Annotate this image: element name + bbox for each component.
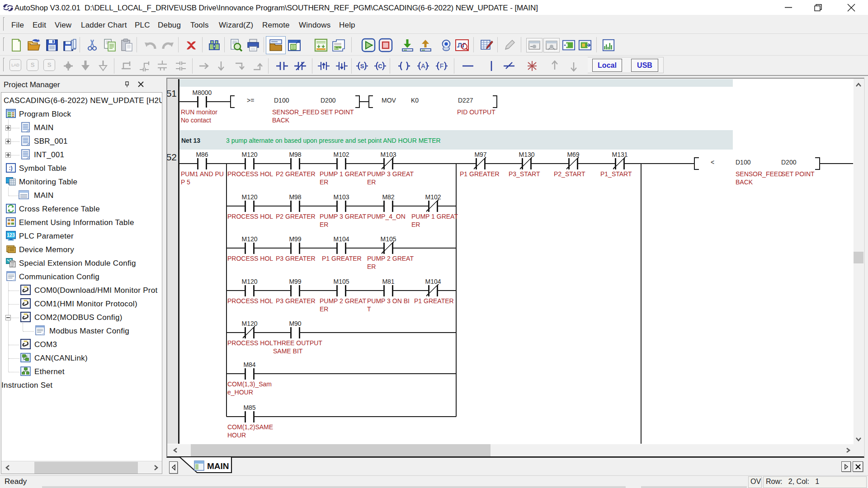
svg-text:No contact: No contact xyxy=(181,117,211,124)
svg-text:PUMP 2 GREAT: PUMP 2 GREAT xyxy=(367,255,414,262)
svg-text:P1_START: P1_START xyxy=(600,170,632,178)
svg-text:K0: K0 xyxy=(411,97,419,104)
svg-text:D227: D227 xyxy=(458,97,473,104)
svg-text:123: 123 xyxy=(7,232,15,238)
svg-text:BACK: BACK xyxy=(272,117,290,124)
svg-text:D200: D200 xyxy=(321,97,336,104)
svg-text:P2 GREATER: P2 GREATER xyxy=(276,170,316,178)
svg-text:S: S xyxy=(360,63,364,70)
svg-text:M69: M69 xyxy=(567,151,579,158)
svg-text:PUMP 1 GREAT: PUMP 1 GREAT xyxy=(320,170,366,178)
svg-text:M103: M103 xyxy=(333,193,349,201)
svg-text:M120: M120 xyxy=(241,235,257,243)
svg-text:M90: M90 xyxy=(289,320,301,327)
svg-text:P3 GREATER: P3 GREATER xyxy=(276,255,316,262)
svg-text:PROCESS HOL: PROCESS HOL xyxy=(227,170,273,178)
svg-text:P2 GREATER: P2 GREATER xyxy=(276,213,316,220)
svg-text:SET POINT: SET POINT xyxy=(321,108,354,116)
svg-text:M120: M120 xyxy=(241,193,257,201)
svg-text:M105: M105 xyxy=(380,235,396,243)
svg-text:ER: ER xyxy=(367,263,376,270)
svg-text:SENSOR_FEED: SENSOR_FEED xyxy=(272,108,319,116)
svg-text:<: < xyxy=(711,159,714,166)
svg-text:C: C xyxy=(378,63,382,70)
svg-text:M102: M102 xyxy=(333,151,349,158)
svg-text:PUMP_4_ON: PUMP_4_ON xyxy=(367,213,406,220)
svg-text::): :) xyxy=(9,165,12,171)
svg-text:COM(1,2)SAME: COM(1,2)SAME xyxy=(227,423,273,431)
svg-text:MOV: MOV xyxy=(382,97,396,104)
svg-text:PUMP 3 GREAT: PUMP 3 GREAT xyxy=(367,170,414,178)
svg-text:M102: M102 xyxy=(425,193,441,201)
svg-text:M99: M99 xyxy=(289,235,301,243)
svg-text:F: F xyxy=(440,62,444,70)
svg-text:SET POINT: SET POINT xyxy=(781,170,815,178)
svg-text:M104: M104 xyxy=(425,278,441,285)
svg-text:P1 GREATER: P1 GREATER xyxy=(414,297,454,305)
svg-text:ER: ER xyxy=(320,178,328,186)
svg-text:ER: ER xyxy=(411,221,420,228)
svg-text:SENSOR_FEED: SENSOR_FEED xyxy=(736,170,783,178)
svg-text:P1 GREATER: P1 GREATER xyxy=(322,255,362,262)
svg-text:51: 51 xyxy=(167,88,177,99)
svg-text:Net 13: Net 13 xyxy=(181,137,200,144)
svg-text:M84: M84 xyxy=(243,361,255,368)
svg-text:3 pump alternate on based upon: 3 pump alternate on based upon pressure … xyxy=(226,137,441,144)
svg-text:M99: M99 xyxy=(289,278,301,285)
svg-text:M81: M81 xyxy=(382,278,394,285)
svg-text:M105: M105 xyxy=(333,278,349,285)
svg-text:M130: M130 xyxy=(519,151,534,158)
svg-text:P 5: P 5 xyxy=(181,178,190,186)
svg-text:52: 52 xyxy=(167,152,177,162)
svg-text:P1 GREATER: P1 GREATER xyxy=(460,170,500,178)
svg-text:>=: >= xyxy=(247,97,254,104)
svg-text:e_HOUR: e_HOUR xyxy=(227,389,253,396)
svg-text:PUMP 2 GREAT: PUMP 2 GREAT xyxy=(320,297,366,305)
svg-text:PROCESS HOL: PROCESS HOL xyxy=(227,339,273,347)
svg-text:M8000: M8000 xyxy=(193,89,212,96)
svg-text:D100: D100 xyxy=(274,97,289,104)
svg-text:ER: ER xyxy=(367,178,376,186)
svg-text:ER: ER xyxy=(320,305,328,313)
svg-text:ER: ER xyxy=(320,221,328,228)
svg-text:BACK: BACK xyxy=(736,178,753,186)
svg-text:A: A xyxy=(421,62,425,70)
svg-text:PROCESS HOL: PROCESS HOL xyxy=(227,297,273,305)
svg-text:M120: M120 xyxy=(241,320,257,327)
svg-text:HOUR: HOUR xyxy=(227,432,246,439)
svg-text:COM(1,3)_Sam: COM(1,3)_Sam xyxy=(227,380,272,388)
svg-text:M120: M120 xyxy=(241,278,257,285)
svg-text:P3_START: P3_START xyxy=(509,170,540,178)
svg-text:PUMP 3 ON BI: PUMP 3 ON BI xyxy=(367,297,410,305)
svg-text:M131: M131 xyxy=(612,151,627,158)
svg-text:M98: M98 xyxy=(289,151,301,158)
svg-text:P2_START: P2_START xyxy=(554,170,585,178)
svg-text:M86: M86 xyxy=(196,151,208,158)
svg-text:RUN monitor: RUN monitor xyxy=(181,108,217,116)
svg-text:PID OUTPUT: PID OUTPUT xyxy=(457,108,495,116)
svg-text:P3 GREATER: P3 GREATER xyxy=(276,297,316,305)
svg-text:D100: D100 xyxy=(736,159,751,166)
svg-text:SAME BIT: SAME BIT xyxy=(273,347,303,355)
svg-text:THREE OUTPUT: THREE OUTPUT xyxy=(273,339,322,347)
svg-text:M97: M97 xyxy=(474,151,486,158)
svg-text:PROCESS HOL: PROCESS HOL xyxy=(227,255,273,262)
svg-text:M82: M82 xyxy=(382,193,394,201)
svg-text:M103: M103 xyxy=(380,151,396,158)
svg-text:M120: M120 xyxy=(241,151,257,158)
svg-text:D200: D200 xyxy=(781,159,797,166)
svg-text:PUMP 1 GREAT: PUMP 1 GREAT xyxy=(411,213,458,220)
svg-text:M104: M104 xyxy=(333,235,349,243)
svg-text:PUMP 3 GREAT: PUMP 3 GREAT xyxy=(320,213,366,220)
svg-text:T: T xyxy=(367,305,371,313)
svg-text:PUM1 AND PU: PUM1 AND PU xyxy=(181,170,224,178)
svg-text:M98: M98 xyxy=(289,193,301,201)
svg-text:PROCESS HOL: PROCESS HOL xyxy=(227,213,273,220)
svg-text:M85: M85 xyxy=(243,404,255,411)
